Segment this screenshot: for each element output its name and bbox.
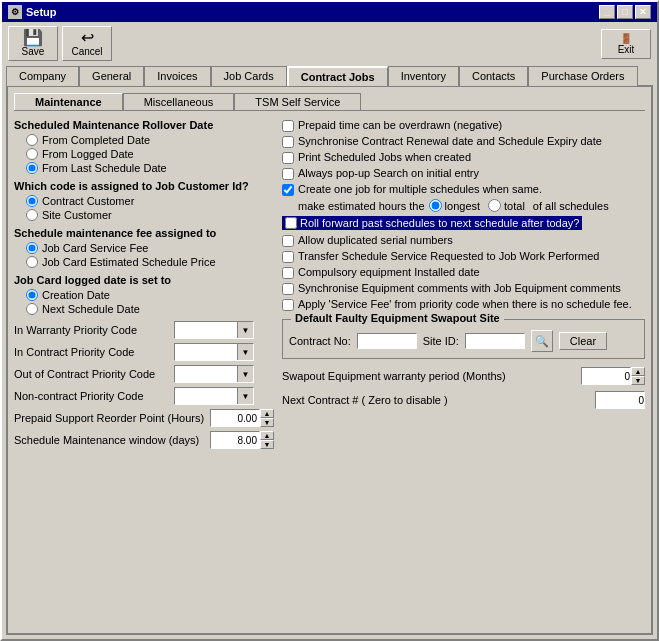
title-bar: ⚙ Setup _ □ ✕ [2, 2, 657, 22]
right-panel: Prepaid time can be overdrawn (negative)… [282, 119, 645, 623]
date-creation-radio[interactable] [26, 289, 38, 301]
roll-forward-check[interactable] [285, 217, 297, 229]
total-radio[interactable] [488, 199, 501, 212]
cancel-icon: ↩ [81, 30, 94, 46]
create-one-job-item: Create one job for multiple schedules wh… [282, 183, 645, 196]
date-title: Job Card logged date is set to [14, 274, 274, 286]
tab-inventory[interactable]: Inventory [388, 66, 459, 86]
compulsory-check[interactable] [282, 267, 294, 279]
warranty-priority-combo[interactable]: ▼ [174, 321, 254, 339]
fee-service-radio[interactable] [26, 242, 38, 254]
transfer-schedule-label: Transfer Schedule Service Requested to J… [298, 250, 599, 262]
default-faulty-box: Default Faulty Equipment Swapout Site Co… [282, 319, 645, 359]
rollover-logged-radio[interactable] [26, 148, 38, 160]
date-nextschedule: Next Schedule Date [26, 303, 274, 315]
prepaid-support-input[interactable] [210, 409, 260, 427]
compulsory-label: Compulsory equipment Installed date [298, 266, 480, 278]
noncontract-priority-label: Non-contract Priority Code [14, 390, 174, 402]
date-creation-label: Creation Date [42, 289, 110, 301]
print-scheduled-check[interactable] [282, 152, 294, 164]
allow-duplicated-label: Allow duplicated serial numbers [298, 234, 453, 246]
rollover-lastschedule-radio[interactable] [26, 162, 38, 174]
customer-contract-radio[interactable] [26, 195, 38, 207]
apply-service-fee-check[interactable] [282, 299, 294, 311]
schedule-maintenance-input[interactable] [210, 431, 260, 449]
date-nextschedule-radio[interactable] [26, 303, 38, 315]
site-id-label: Site ID: [423, 335, 459, 347]
prepaid-support-input-group: ▲ ▼ [210, 409, 274, 427]
subtab-tsm[interactable]: TSM Self Service [234, 93, 361, 110]
combo-arrow-icon3: ▼ [237, 366, 253, 382]
noncontract-priority-combo[interactable]: ▼ [174, 387, 254, 405]
site-id-input[interactable] [465, 333, 525, 349]
schedule-maintenance-up[interactable]: ▲ [260, 431, 274, 440]
swapout-label: Swapout Equipment warranty period (Month… [282, 370, 581, 382]
radio-suffix: of all schedules [533, 200, 609, 212]
exit-button[interactable]: 🚪 Exit [601, 29, 651, 59]
tab-contractjobs[interactable]: Contract Jobs [287, 66, 388, 86]
subtab-miscellaneous[interactable]: Miscellaneous [123, 93, 235, 110]
faulty-search-button[interactable]: 🔍 [531, 330, 553, 352]
allow-duplicated-check[interactable] [282, 235, 294, 247]
customer-options: Contract Customer Site Customer [26, 195, 274, 221]
tab-invoices[interactable]: Invoices [144, 66, 210, 86]
prepaid-overdrawn-item: Prepaid time can be overdrawn (negative) [282, 119, 645, 132]
left-panel: Scheduled Maintenance Rollover Date From… [14, 119, 274, 623]
tab-company[interactable]: Company [6, 66, 79, 86]
prepaid-support-up[interactable]: ▲ [260, 409, 274, 418]
exit-icon: 🚪 [620, 33, 632, 44]
prepaid-overdrawn-label: Prepaid time can be overdrawn (negative) [298, 119, 502, 131]
save-button[interactable]: 💾 Save [8, 26, 58, 61]
customer-contract-label: Contract Customer [42, 195, 134, 207]
tab-purchaseorders[interactable]: Purchase Orders [528, 66, 637, 86]
clear-button[interactable]: Clear [559, 332, 607, 350]
longest-radio-label: longest [429, 199, 480, 212]
always-popup-check[interactable] [282, 168, 294, 180]
rollover-completed: From Completed Date [26, 134, 274, 146]
close-button[interactable]: ✕ [635, 5, 651, 19]
longest-radio[interactable] [429, 199, 442, 212]
next-contract-input[interactable] [595, 391, 645, 409]
warranty-priority-row: In Warranty Priority Code ▼ [14, 321, 274, 339]
rollover-logged-label: From Logged Date [42, 148, 134, 160]
sync-contract-renewal-check[interactable] [282, 136, 294, 148]
subtab-maintenance[interactable]: Maintenance [14, 93, 123, 110]
apply-service-fee-item: Apply 'Service Fee' from priority code w… [282, 298, 645, 311]
compulsory-item: Compulsory equipment Installed date [282, 266, 645, 279]
rollover-completed-radio[interactable] [26, 134, 38, 146]
tab-contacts[interactable]: Contacts [459, 66, 528, 86]
outofcontract-priority-row: Out of Contract Priority Code ▼ [14, 365, 274, 383]
app-icon: ⚙ [8, 5, 22, 19]
print-scheduled-item: Print Scheduled Jobs when created [282, 151, 645, 164]
schedule-maintenance-down[interactable]: ▼ [260, 440, 274, 449]
transfer-schedule-check[interactable] [282, 251, 294, 263]
sync-equipment-check[interactable] [282, 283, 294, 295]
prepaid-overdrawn-check[interactable] [282, 120, 294, 132]
maximize-button[interactable]: □ [617, 5, 633, 19]
contract-no-input[interactable] [357, 333, 417, 349]
tab-general[interactable]: General [79, 66, 144, 86]
prepaid-support-down[interactable]: ▼ [260, 418, 274, 427]
combo-arrow-icon4: ▼ [237, 388, 253, 404]
default-faulty-title: Default Faulty Equipment Swapout Site [291, 312, 504, 324]
swapout-input[interactable] [581, 367, 631, 385]
setup-window: ⚙ Setup _ □ ✕ 💾 Save ↩ Cancel 🚪 Exit Com… [0, 0, 659, 641]
swapout-up[interactable]: ▲ [631, 367, 645, 376]
outofcontract-priority-label: Out of Contract Priority Code [14, 368, 174, 380]
customer-site-radio[interactable] [26, 209, 38, 221]
swapout-down[interactable]: ▼ [631, 376, 645, 385]
print-scheduled-label: Print Scheduled Jobs when created [298, 151, 471, 163]
cancel-button[interactable]: ↩ Cancel [62, 26, 112, 61]
create-one-job-check[interactable] [282, 184, 294, 196]
minimize-button[interactable]: _ [599, 5, 615, 19]
rollover-logged: From Logged Date [26, 148, 274, 160]
content-area: Scheduled Maintenance Rollover Date From… [14, 119, 645, 623]
outofcontract-priority-combo[interactable]: ▼ [174, 365, 254, 383]
tab-jobcards[interactable]: Job Cards [211, 66, 287, 86]
fee-estimated: Job Card Estimated Schedule Price [26, 256, 274, 268]
contract-priority-combo[interactable]: ▼ [174, 343, 254, 361]
title-bar-controls: _ □ ✕ [599, 5, 651, 19]
customer-contract: Contract Customer [26, 195, 274, 207]
date-creation: Creation Date [26, 289, 274, 301]
fee-estimated-radio[interactable] [26, 256, 38, 268]
